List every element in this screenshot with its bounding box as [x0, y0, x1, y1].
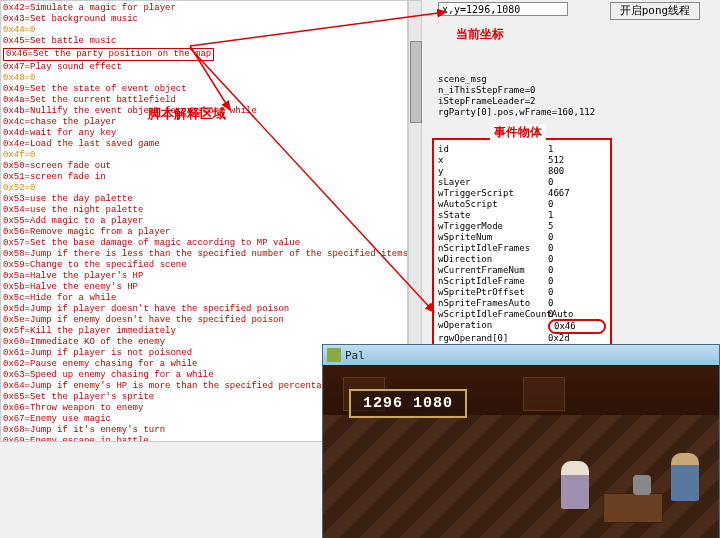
script-line[interactable]: 0x5d=Jump if player doesn't have the spe…: [3, 304, 405, 315]
script-line[interactable]: 0x49=Set the state of event object: [3, 84, 405, 95]
event-row: wSpriteNum0: [438, 232, 606, 243]
script-line[interactable]: 0x4e=Load the last saved game: [3, 139, 405, 150]
event-row: y800: [438, 166, 606, 177]
script-line[interactable]: 0x46=Set the party position on the map: [3, 48, 214, 61]
script-region-label: 脚本解释区域: [148, 105, 226, 123]
event-row: id1: [438, 144, 606, 155]
script-line[interactable]: 0x47=Play sound effect: [3, 62, 405, 73]
start-thread-button[interactable]: 开启pong线程: [610, 2, 700, 20]
script-line[interactable]: 0x44=0: [3, 25, 405, 36]
script-line[interactable]: 0x5b=Halve the enemy's HP: [3, 282, 405, 293]
event-row: rgwOperand[0]0x2d: [438, 333, 606, 344]
script-line[interactable]: 0x5c=Hide for a while: [3, 293, 405, 304]
script-line[interactable]: 0x5f=Kill the player immediately: [3, 326, 405, 337]
game-viewport[interactable]: 1296 1080: [323, 365, 719, 538]
script-line[interactable]: 0x4f=0: [3, 150, 405, 161]
pal-game-window[interactable]: Pal 1296 1080: [322, 344, 720, 538]
scene-info-panel: scene_msgn_iThisStepFrame=0iStepFrameLea…: [438, 74, 608, 130]
game-sprite-girl: [561, 461, 589, 509]
scene-line: scene_msg: [438, 74, 608, 85]
event-row: x512: [438, 155, 606, 166]
pal-app-icon: [327, 348, 341, 362]
script-line[interactable]: 0x58=Jump if there is less than the spec…: [3, 249, 405, 260]
event-row: wAutoScript0: [438, 199, 606, 210]
script-line[interactable]: 0x55=Add magic to a player: [3, 216, 405, 227]
script-line[interactable]: 0x42=Simulate a magic for player: [3, 3, 405, 14]
script-line[interactable]: 0x51=screen fade in: [3, 172, 405, 183]
game-pot: [633, 475, 651, 495]
event-row: nScriptIdleFrames0: [438, 243, 606, 254]
game-coord-overlay: 1296 1080: [349, 389, 467, 418]
event-row: wOperation0x46: [438, 320, 606, 333]
script-line[interactable]: 0x48=0: [3, 73, 405, 84]
script-line[interactable]: 0x5a=Halve the player's HP: [3, 271, 405, 282]
event-row: nScriptIdleFrame0: [438, 276, 606, 287]
script-line[interactable]: 0x59=Change to the specified scene: [3, 260, 405, 271]
script-line[interactable]: 0x50=screen fade out: [3, 161, 405, 172]
event-row: wTriggerMode5: [438, 221, 606, 232]
game-sprite-man: [671, 453, 699, 501]
script-line[interactable]: 0x56=Remove magic from a player: [3, 227, 405, 238]
script-line[interactable]: 0x45=Set battle music: [3, 36, 405, 47]
event-row: sState1: [438, 210, 606, 221]
pal-titlebar[interactable]: Pal: [323, 345, 719, 365]
script-line[interactable]: 0x43=Set background music: [3, 14, 405, 25]
script-line[interactable]: 0x54=use the night palette: [3, 205, 405, 216]
event-panel-label: 事件物体: [490, 124, 546, 141]
script-line[interactable]: 0x52=0: [3, 183, 405, 194]
event-row: wSpritePtrOffset0: [438, 287, 606, 298]
event-row: wDirection0: [438, 254, 606, 265]
scene-line: n_iThisStepFrame=0: [438, 85, 608, 96]
event-row: wTriggerScript4667: [438, 188, 606, 199]
script-line[interactable]: 0x4d=wait for any key: [3, 128, 405, 139]
script-line[interactable]: 0x5e=Jump if enemy doesn't have the spec…: [3, 315, 405, 326]
coord-label: 当前坐标: [456, 26, 504, 43]
game-table: [603, 493, 663, 523]
coord-display-box: x,y=1296,1080: [438, 2, 568, 16]
event-row: sLayer0: [438, 177, 606, 188]
event-row: wCurrentFrameNum0: [438, 265, 606, 276]
event-object-panel: id1x512y800sLayer0wTriggerScript4667wAut…: [432, 138, 612, 352]
pal-title-text: Pal: [345, 349, 365, 362]
scene-line: rgParty[0].pos,wFrame=160,112: [438, 107, 608, 118]
scene-line: iStepFrameLeader=2: [438, 96, 608, 107]
event-row: nSpriteFramesAuto0: [438, 298, 606, 309]
script-line[interactable]: 0x57=Set the base damage of magic accord…: [3, 238, 405, 249]
script-line[interactable]: 0x53=use the day palette: [3, 194, 405, 205]
